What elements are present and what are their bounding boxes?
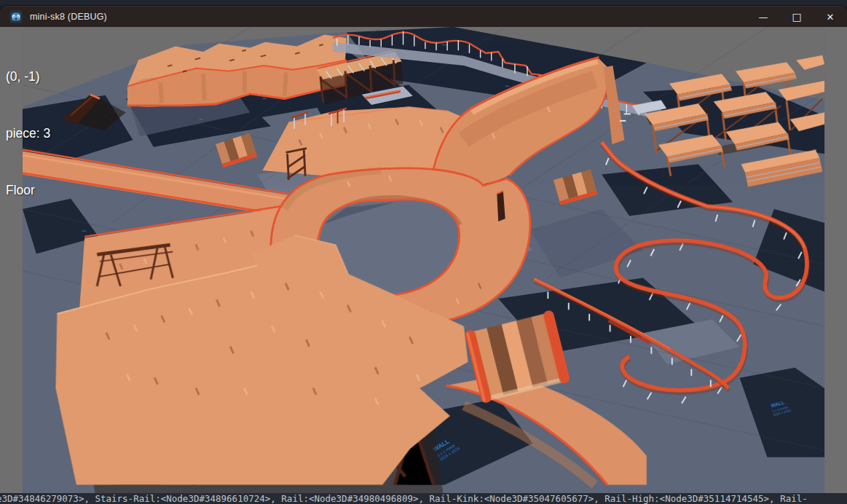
minimize-button[interactable]: —	[746, 7, 780, 27]
close-button[interactable]: ✕	[813, 7, 847, 27]
title-bar[interactable]: mini-sk8 (DEBUG) — □ ✕	[0, 6, 847, 27]
maximize-button[interactable]: □	[780, 7, 813, 27]
godot-icon	[9, 10, 23, 23]
hud-coordinates: (0, -1)	[6, 67, 50, 86]
debug-status-bar: e3D#34846279073>, Stairs-Rail:<Node3D#34…	[0, 493, 847, 504]
hud-piece: piece: 3	[6, 124, 50, 143]
app-window: mini-sk8 (DEBUG) — □ ✕	[0, 6, 847, 504]
debug-hud: (0, -1) piece: 3 Floor	[6, 29, 50, 237]
game-viewport[interactable]: WALL 1 x 1 meter 1024 x 1024 WALL 1 x 1 …	[0, 27, 847, 493]
skatepark-scene: WALL 1 x 1 meter 1024 x 1024 WALL 1 x 1 …	[0, 27, 847, 493]
window-title: mini-sk8 (DEBUG)	[30, 12, 107, 22]
hud-mode: Floor	[6, 181, 50, 200]
node-list-text: e3D#34846279073>, Stairs-Rail:<Node3D#34…	[0, 493, 808, 504]
background-code-editor: \ 20 » » 1.position = Vector3.ZERO	[0, 0, 847, 6]
